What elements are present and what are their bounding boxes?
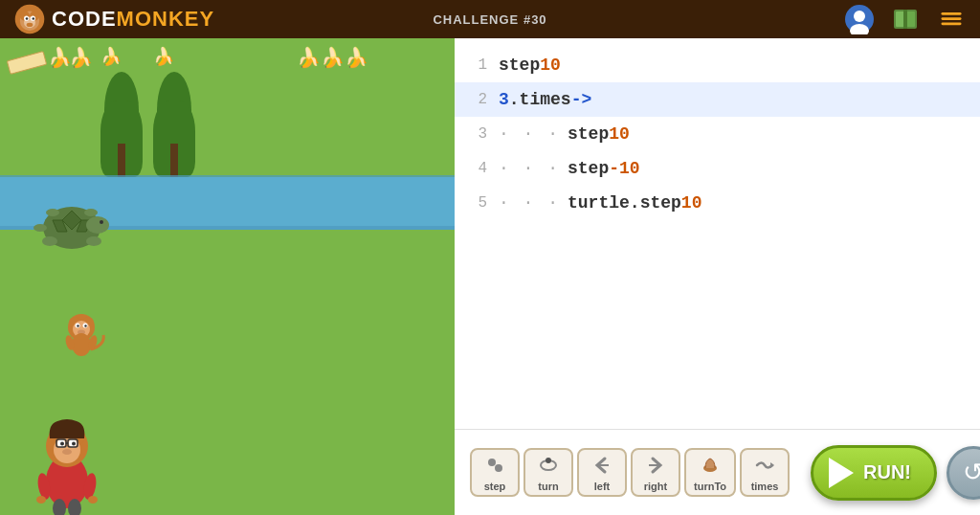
token-1-0: step xyxy=(499,56,540,75)
logo-monkey-icon xyxy=(13,3,46,35)
svg-point-30 xyxy=(33,224,47,232)
token-4-0: step xyxy=(568,159,609,178)
token-2-0: 3 xyxy=(499,90,509,109)
book-icon[interactable] xyxy=(890,4,921,34)
svg-point-38 xyxy=(84,325,86,326)
line-number-1: 1 xyxy=(464,56,487,74)
line-content-3: · · · step 10 xyxy=(499,124,630,144)
svg-point-65 xyxy=(546,458,551,463)
code-panel: 1step 1023.times ->3· · · step 104· · · … xyxy=(455,38,980,515)
code-line-5[interactable]: 5· · · turtle.step 10 xyxy=(455,186,980,220)
right-icon xyxy=(645,455,666,479)
refresh-icon: ↺ xyxy=(963,458,980,487)
svg-point-37 xyxy=(77,325,78,326)
svg-point-7 xyxy=(26,17,29,20)
line-number-2: 2 xyxy=(464,91,487,108)
banana-4: 🍌 xyxy=(321,46,345,69)
logo-monkey-word: MONKEY xyxy=(117,7,215,31)
line-content-1: step 10 xyxy=(499,56,561,75)
svg-point-58 xyxy=(36,496,46,504)
svg-point-63 xyxy=(495,464,502,472)
line-number-5: 5 xyxy=(464,194,487,212)
code-editor[interactable]: 1step 1023.times ->3· · · step 104· · · … xyxy=(455,38,980,429)
run-button[interactable]: RUN! xyxy=(811,445,937,501)
token-4-1: -10 xyxy=(609,159,639,178)
game-panel: 🍌 🍌 🍌 🍌 🍌 🍌 🍌 xyxy=(0,38,455,515)
svg-rect-19 xyxy=(942,23,962,26)
monkey-small xyxy=(57,306,100,354)
svg-point-27 xyxy=(86,236,101,246)
token-3-1: 10 xyxy=(609,124,630,144)
command-bar: step turn xyxy=(470,448,790,497)
header: CODEMONKEY CHALLENGE #30 xyxy=(0,0,980,38)
banana-top-2: 🍌 xyxy=(153,46,174,67)
avatar-icon[interactable] xyxy=(844,4,875,34)
token-1-1: 10 xyxy=(540,56,561,75)
run-label: RUN! xyxy=(863,461,911,483)
main-layout: 🍌 🍌 🍌 🍌 🍌 🍌 🍌 xyxy=(0,38,980,515)
code-line-4[interactable]: 4· · · step -10 xyxy=(455,151,980,186)
cmd-left[interactable]: left xyxy=(577,448,627,497)
token-2-2: -> xyxy=(571,90,592,109)
code-line-2[interactable]: 23.times -> xyxy=(455,82,980,117)
svg-rect-17 xyxy=(942,12,962,15)
svg-point-28 xyxy=(46,209,59,216)
code-line-1[interactable]: 1step 10 xyxy=(455,48,980,82)
cmd-right[interactable]: right xyxy=(631,448,680,497)
token-5-0: turtle xyxy=(568,193,630,213)
cmd-step-label: step xyxy=(484,481,506,492)
svg-rect-16 xyxy=(903,10,907,29)
cmd-turn[interactable]: turn xyxy=(523,448,573,497)
logo-code: CODE xyxy=(52,7,117,31)
svg-point-59 xyxy=(88,496,98,504)
svg-point-24 xyxy=(86,216,109,234)
times-icon xyxy=(754,455,775,479)
monkey-main xyxy=(29,410,105,515)
svg-point-25 xyxy=(100,220,103,224)
line-content-2: 3.times -> xyxy=(499,90,591,109)
challenge-title: CHALLENGE #30 xyxy=(433,12,546,27)
svg-point-29 xyxy=(84,209,98,216)
refresh-button[interactable]: ↺ xyxy=(947,446,980,500)
code-line-3[interactable]: 3· · · step 10 xyxy=(455,117,980,151)
svg-point-51 xyxy=(72,442,76,446)
logo-area: CODEMONKEY xyxy=(13,3,214,35)
left-icon xyxy=(591,455,612,479)
turnto-icon xyxy=(700,455,721,479)
cmd-turnto[interactable]: turnTo xyxy=(684,448,736,497)
svg-rect-18 xyxy=(942,17,962,20)
bottom-bar: step turn xyxy=(455,429,980,515)
token-2-1: .times xyxy=(509,90,571,109)
menu-icon[interactable] xyxy=(936,4,967,34)
cmd-times[interactable]: times xyxy=(740,448,790,497)
line-dots-3: · · · xyxy=(499,124,560,144)
svg-marker-67 xyxy=(770,462,774,468)
line-dots-5: · · · xyxy=(499,193,560,213)
cmd-step[interactable]: step xyxy=(470,448,520,497)
header-icons xyxy=(844,4,967,34)
svg-point-50 xyxy=(60,442,64,446)
line-dots-4: · · · xyxy=(499,159,560,178)
line-content-5: · · · turtle.step 10 xyxy=(499,193,702,213)
line-content-4: · · · step -10 xyxy=(499,159,640,178)
svg-point-9 xyxy=(27,23,33,27)
svg-point-26 xyxy=(42,236,57,246)
svg-point-11 xyxy=(854,11,865,22)
line-number-4: 4 xyxy=(464,160,487,177)
step-icon xyxy=(484,455,505,479)
cmd-times-label: times xyxy=(751,481,779,492)
cmd-right-label: right xyxy=(644,481,667,492)
banana-2: 🍌 xyxy=(69,46,93,69)
play-icon xyxy=(829,458,854,488)
banana-5: 🍌 xyxy=(345,46,368,69)
turtle xyxy=(29,191,105,249)
token-3-0: step xyxy=(568,124,609,144)
svg-point-8 xyxy=(33,17,35,20)
svg-point-55 xyxy=(62,449,72,455)
logo-text: CODEMONKEY xyxy=(52,7,214,32)
svg-point-40 xyxy=(72,333,91,356)
token-5-1: .step xyxy=(630,193,681,213)
banana-3: 🍌 xyxy=(297,46,321,69)
cmd-turnto-label: turnTo xyxy=(694,481,726,492)
banana-top-1: 🍌 xyxy=(100,46,122,67)
